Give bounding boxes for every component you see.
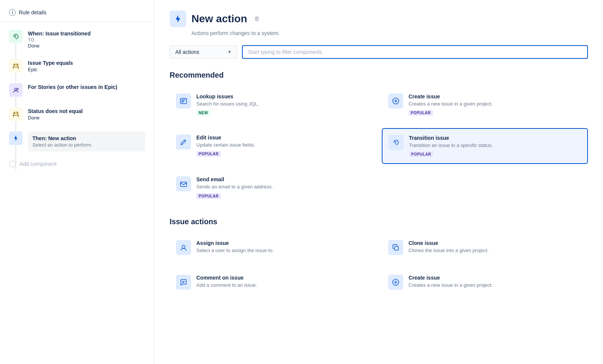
action-card-assign-issue[interactable]: Assign issue Select a user to assign the…: [170, 234, 376, 262]
page-title: New action: [191, 13, 247, 25]
chevron-down-icon: ▼: [227, 49, 232, 55]
condition2-title: For Stories (or other issues in Epic): [28, 84, 145, 90]
create-issue-name: Create issue: [409, 93, 582, 99]
condition3-title: Status does not equal: [28, 108, 145, 114]
edit-issue-info: Edit issue Update certain issue fields. …: [196, 135, 369, 158]
page-subtitle: Actions perform changes to a system.: [170, 30, 588, 36]
create-issue2-desc: Creates a new issue in a given project.: [409, 282, 582, 289]
new-action-icon: [170, 11, 186, 27]
lookup-issues-badge: NEW: [196, 110, 210, 116]
edit-issue-desc: Update certain issue fields.: [196, 142, 369, 148]
svg-rect-6: [395, 246, 398, 250]
issue-actions-grid: Assign issue Select a user to assign the…: [170, 234, 588, 297]
svg-point-1: [17, 88, 18, 90]
then-content: Then: New action Select an action to per…: [28, 132, 145, 151]
when-icon: [9, 30, 23, 43]
clone-issue-info: Clone issue Clones the issue into a give…: [409, 240, 582, 256]
condition3-value: Done: [28, 115, 145, 121]
transition-issue-icon: [389, 135, 404, 150]
transition-issue-name: Transition issue: [409, 135, 581, 141]
transition-issue-desc: Transition an issue to a specific status…: [409, 142, 581, 149]
create-issue-info: Create issue Creates a new issue in a gi…: [409, 93, 582, 116]
category-dropdown[interactable]: All actions ▼: [170, 46, 237, 58]
clone-issue-icon: [388, 240, 403, 255]
when-title: When: Issue transitioned: [28, 31, 145, 37]
condition1-icon: [9, 59, 23, 73]
when-sub: TO: [28, 37, 145, 43]
add-component[interactable]: Add component: [9, 158, 145, 167]
action-card-transition-issue[interactable]: Transition issue Transition an issue to …: [382, 128, 588, 164]
action-card-clone-issue[interactable]: Clone issue Clones the issue into a give…: [382, 234, 588, 262]
action-card-create-issue2[interactable]: Create issue Creates a new issue in a gi…: [382, 268, 588, 297]
recommended-title: Recommended: [170, 71, 588, 80]
then-title: Then: New action: [32, 135, 141, 141]
timeline-item-condition1[interactable]: Issue Type equals Epic: [9, 59, 145, 73]
assign-issue-icon: [176, 240, 191, 255]
send-email-name: Send email: [196, 176, 369, 182]
timeline-item-then[interactable]: Then: New action Select an action to per…: [9, 132, 145, 151]
transition-issue-info: Transition issue Transition an issue to …: [409, 135, 581, 157]
clone-issue-desc: Clones the issue into a given project.: [409, 247, 582, 254]
filter-input[interactable]: [242, 45, 588, 59]
assign-issue-name: Assign issue: [196, 240, 369, 246]
send-email-info: Send email Sends an email to a given add…: [196, 176, 369, 199]
filter-row: All actions ▼: [170, 45, 588, 59]
svg-rect-4: [181, 182, 187, 187]
create-issue-icon: [388, 93, 403, 109]
transition-issue-badge: POPULAR: [409, 151, 433, 157]
lookup-issues-info: Lookup issues Search for issues using JQ…: [196, 93, 369, 116]
issue-actions-title: Issue actions: [170, 217, 588, 226]
create-issue2-name: Create issue: [409, 275, 582, 281]
edit-issue-icon: [176, 135, 191, 150]
recommended-section: Recommended Lookup issues Search for iss…: [170, 71, 588, 205]
edit-issue-name: Edit issue: [196, 135, 369, 141]
info-icon: ℹ: [9, 9, 16, 16]
action-card-send-email[interactable]: Send email Sends an email to a given add…: [170, 170, 376, 205]
add-component-circle-icon: [9, 161, 16, 167]
action-card-lookup-issues[interactable]: Lookup issues Search for issues using JQ…: [170, 87, 376, 122]
timeline-item-when[interactable]: When: Issue transitioned TO Done: [9, 30, 145, 49]
comment-on-issue-info: Comment on issue Add a comment to an iss…: [196, 275, 369, 291]
action-card-create-issue[interactable]: Create issue Creates a new issue in a gi…: [382, 87, 588, 122]
lookup-issues-name: Lookup issues: [196, 93, 369, 99]
condition1-title: Issue Type equals: [28, 60, 145, 66]
send-email-desc: Sends an email to a given address.: [196, 184, 369, 190]
send-email-icon: [176, 176, 191, 191]
create-issue2-info: Create issue Creates a new issue in a gi…: [409, 275, 582, 291]
issue-actions-section: Issue actions Assign issue Select a user…: [170, 217, 588, 297]
assign-issue-desc: Select a user to assign the issue to.: [196, 247, 369, 254]
svg-point-0: [15, 88, 17, 90]
create-issue-badge: POPULAR: [409, 110, 433, 116]
comment-on-issue-icon: [176, 275, 191, 290]
then-icon: [9, 132, 23, 145]
condition3-icon: [9, 107, 23, 121]
create-issue2-icon: [388, 275, 403, 290]
lookup-issues-desc: Search for issues using JQL.: [196, 101, 369, 107]
delete-icon[interactable]: 🗑: [254, 15, 260, 22]
recommended-grid: Lookup issues Search for issues using JQ…: [170, 87, 588, 205]
clone-issue-name: Clone issue: [409, 240, 582, 246]
sidebar: ℹ Rule details When: Issue transitioned …: [0, 0, 155, 364]
add-component-label: Add component: [20, 161, 57, 167]
when-value: Done: [28, 43, 145, 49]
condition2-content: For Stories (or other issues in Epic): [28, 83, 145, 97]
then-desc: Select an action to perform.: [32, 142, 141, 148]
timeline-item-condition2[interactable]: For Stories (or other issues in Epic): [9, 83, 145, 97]
condition1-value: Epic: [28, 67, 145, 72]
lookup-issues-icon: [176, 93, 191, 109]
when-content: When: Issue transitioned TO Done: [28, 30, 145, 49]
condition3-content: Status does not equal Done: [28, 107, 145, 121]
action-card-comment-on-issue[interactable]: Comment on issue Add a comment to an iss…: [170, 268, 376, 297]
action-card-edit-issue[interactable]: Edit issue Update certain issue fields. …: [170, 128, 376, 164]
svg-point-5: [182, 245, 185, 248]
timeline-item-condition3[interactable]: Status does not equal Done: [9, 107, 145, 121]
condition2-icon: [9, 83, 23, 97]
assign-issue-info: Assign issue Select a user to assign the…: [196, 240, 369, 256]
comment-on-issue-name: Comment on issue: [196, 275, 369, 281]
rule-details-item[interactable]: ℹ Rule details: [0, 9, 154, 22]
dropdown-label: All actions: [175, 49, 199, 55]
page-header: New action 🗑: [170, 11, 588, 27]
edit-issue-badge: POPULAR: [196, 151, 221, 157]
rule-details-label: Rule details: [19, 9, 46, 15]
condition1-content: Issue Type equals Epic: [28, 59, 145, 73]
